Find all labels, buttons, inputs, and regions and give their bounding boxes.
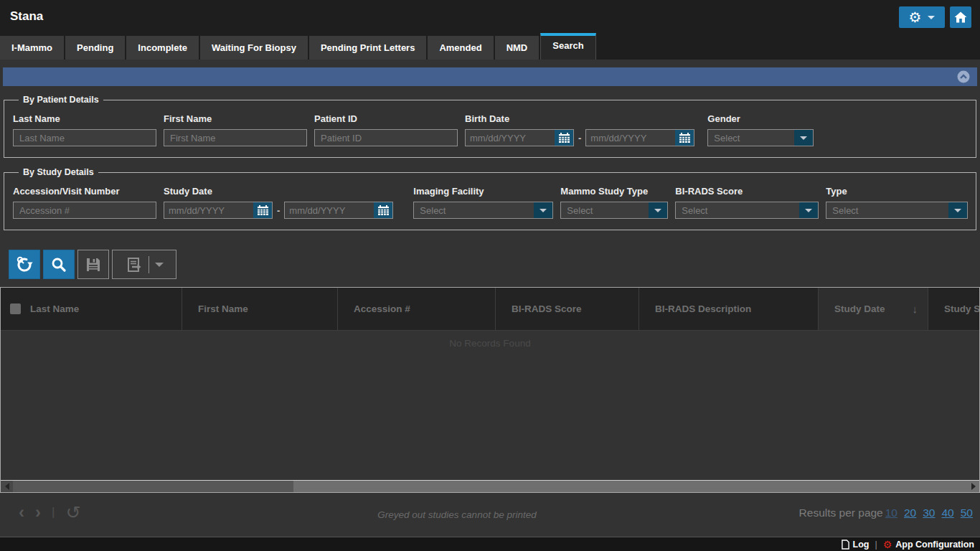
results-grid-body: No Records Found (1, 330, 979, 480)
imaging-facility-select[interactable]: Select (413, 202, 553, 219)
gender-label: Gender (707, 113, 814, 124)
results-per-page: Results per page1020304050 (799, 507, 973, 519)
birth-date-range: - (465, 129, 694, 146)
study-date-from (164, 202, 273, 219)
column-header-study-status[interactable]: Study Status (928, 288, 979, 330)
settings-dropdown-button[interactable]: ⚙ (899, 6, 945, 28)
column-header-last-name[interactable]: Last Name (1, 288, 182, 330)
export-button[interactable] (112, 250, 176, 279)
mammo-study-type-select-button[interactable] (649, 202, 667, 218)
study-date-from-input[interactable] (164, 202, 253, 218)
chevron-down-icon (928, 16, 935, 19)
gear-icon: ⚙ (909, 10, 922, 24)
study-date-to (284, 202, 393, 219)
search-button[interactable] (43, 250, 75, 279)
app-title: Stana (10, 9, 43, 24)
column-label: BI-RADS Score (512, 303, 582, 314)
birth-date-to-input[interactable] (586, 130, 675, 146)
first-name-field: First Name (164, 113, 307, 146)
birads-score-field: BI-RADS Score Select (675, 186, 819, 219)
gender-select[interactable]: Select (707, 129, 814, 146)
page-size-10[interactable]: 10 (885, 507, 897, 519)
select-all-checkbox[interactable] (10, 303, 21, 314)
tab-incomplete[interactable]: Incomplete (126, 36, 199, 60)
page-size-30[interactable]: 30 (923, 507, 935, 519)
tab-pending-print-letters[interactable]: Pending Print Letters (309, 36, 426, 60)
imaging-facility-select-button[interactable] (534, 202, 552, 218)
birth-date-from-input[interactable] (466, 130, 555, 146)
collapse-panel-button[interactable] (957, 70, 970, 86)
column-header-first-name[interactable]: First Name (182, 288, 338, 330)
type-select[interactable]: Select (826, 202, 968, 219)
gender-select-button[interactable] (794, 130, 813, 146)
study-details-fieldset: By Study Details Accession/Visit Number … (4, 167, 976, 230)
page-size-20[interactable]: 20 (904, 507, 916, 519)
chevron-down-icon (654, 209, 661, 212)
chevron-down-icon (805, 209, 812, 212)
type-label: Type (826, 186, 968, 197)
home-button[interactable] (950, 6, 971, 28)
mammo-study-type-label: Mammo Study Type (560, 186, 668, 197)
first-name-input[interactable] (164, 129, 307, 146)
tab-nmd[interactable]: NMD (495, 36, 540, 60)
reset-search-button[interactable] (9, 250, 40, 279)
birads-score-select[interactable]: Select (675, 202, 819, 219)
pager-row: ‹ › | ↺ Greyed out studies cannot be pri… (0, 493, 980, 537)
app-configuration-label: App Configuration (895, 540, 974, 550)
export-document-icon (126, 256, 143, 273)
column-label: Study Status (944, 303, 979, 314)
mammo-study-type-select-value: Select (561, 205, 649, 216)
column-header-study-date[interactable]: Study Date ↓ (819, 288, 928, 330)
birth-date-to-calendar-button[interactable] (675, 130, 694, 146)
sort-desc-icon[interactable]: ↓ (913, 303, 918, 315)
column-header-birads-score[interactable]: BI-RADS Score (496, 288, 639, 330)
page-size-40[interactable]: 40 (942, 507, 954, 519)
tab-pending[interactable]: Pending (65, 36, 125, 60)
patient-details-row: Last Name First Name Patient ID Birth Da… (13, 113, 976, 146)
results-grid-header: Last Name First Name Accession # BI-RADS… (1, 288, 979, 330)
page-size-50[interactable]: 50 (961, 507, 973, 519)
log-link[interactable]: Log (842, 540, 870, 550)
type-select-button[interactable] (948, 202, 967, 218)
scrollbar-thumb[interactable] (13, 481, 293, 492)
horizontal-scrollbar[interactable] (1, 480, 979, 492)
study-date-from-calendar-button[interactable] (253, 202, 272, 218)
last-name-input[interactable] (13, 129, 156, 146)
column-header-birads-description[interactable]: BI-RADS Description (639, 288, 819, 330)
birth-date-from-calendar-button[interactable] (555, 130, 573, 146)
search-toolbar (9, 250, 176, 279)
calendar-icon (258, 205, 268, 215)
divider: | (875, 540, 877, 550)
tab-amended[interactable]: Amended (428, 36, 493, 60)
patient-details-legend: By Patient Details (19, 95, 103, 105)
mammo-study-type-select[interactable]: Select (560, 202, 668, 219)
imaging-facility-label: Imaging Facility (413, 186, 553, 197)
scroll-right-button[interactable] (967, 481, 979, 492)
study-date-label: Study Date (164, 186, 393, 197)
app-configuration-link[interactable]: ⚙ App Configuration (883, 540, 974, 550)
accession-input[interactable] (13, 202, 156, 219)
birth-date-range-separator: - (578, 133, 581, 143)
study-details-legend: By Study Details (19, 167, 98, 177)
header-actions: ⚙ (899, 6, 971, 28)
chevron-down-icon[interactable] (155, 263, 164, 267)
patient-details-fieldset: By Patient Details Last Name First Name … (4, 95, 976, 158)
scroll-left-button[interactable] (1, 481, 13, 492)
search-panel-collapse-bar[interactable] (3, 67, 977, 86)
last-name-field: Last Name (13, 113, 156, 146)
tab-waiting-for-biopsy[interactable]: Waiting For Biopsy (200, 36, 308, 60)
study-date-to-input[interactable] (285, 202, 374, 218)
tab-i-mammo[interactable]: I-Mammo (0, 36, 64, 60)
chevron-down-icon (954, 209, 961, 212)
first-name-label: First Name (164, 113, 307, 124)
chevron-down-icon (800, 136, 807, 140)
column-header-accession[interactable]: Accession # (338, 288, 496, 330)
study-date-field: Study Date (164, 186, 393, 219)
column-label: Last Name (30, 303, 79, 314)
tab-search[interactable]: Search (540, 33, 595, 60)
study-date-to-calendar-button[interactable] (374, 202, 392, 218)
patient-id-input[interactable] (314, 129, 458, 146)
save-icon (85, 256, 102, 273)
birads-score-select-button[interactable] (799, 202, 818, 218)
save-button[interactable] (77, 250, 109, 279)
